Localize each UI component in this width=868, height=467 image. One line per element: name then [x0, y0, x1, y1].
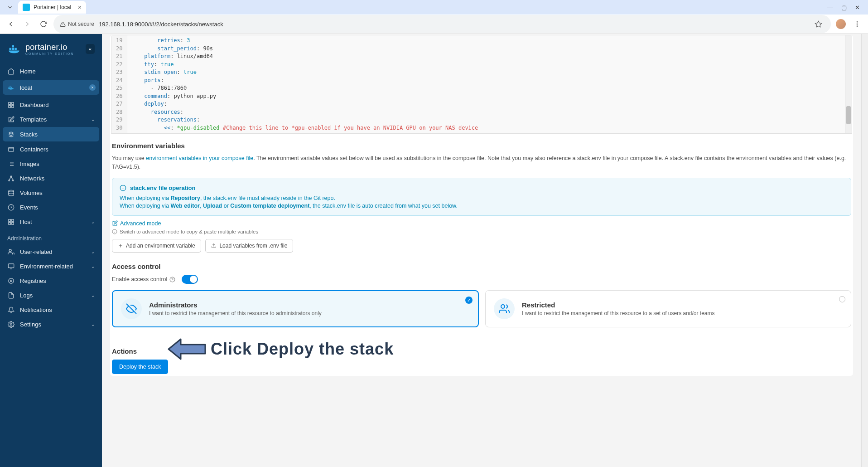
back-button[interactable]: [5, 18, 17, 30]
svg-point-37: [9, 249, 11, 251]
advanced-mode-link[interactable]: Advanced mode: [112, 220, 161, 227]
logo-name: portainer.io: [25, 43, 74, 51]
address-bar[interactable]: Not secure 192.168.1.18:9000/#!/2/docker…: [53, 15, 831, 33]
app-root: portainer.io COMMUNITY EDITION « Home lo…: [0, 34, 868, 467]
tab-title: Portainer | local: [34, 4, 74, 10]
sidebar-item-containers[interactable]: Containers: [0, 142, 102, 156]
svg-rect-13: [11, 87, 12, 88]
sidebar-environment-header[interactable]: local ×: [3, 80, 99, 95]
svg-rect-10: [9, 87, 10, 88]
deploy-stack-button[interactable]: Deploy the stack: [112, 360, 168, 374]
sidebar-item-host[interactable]: Host⌄: [0, 214, 102, 229]
reload-button[interactable]: [37, 18, 50, 30]
bookmark-icon[interactable]: [812, 18, 825, 30]
actions-section: Actions Deploy the stack Click Deploy th…: [110, 339, 853, 376]
users-icon: [494, 298, 515, 319]
sidebar-item-settings[interactable]: Settings⌄: [0, 317, 102, 331]
svg-point-42: [10, 323, 12, 325]
browser-chrome: Portainer | local × — ▢ ✕ Not secure 192…: [0, 0, 868, 34]
window-controls: — ▢ ✕: [827, 4, 864, 11]
main-content: 192021222324252627282930 retries: 3 star…: [102, 34, 861, 467]
advanced-hint: Switch to advanced mode to copy & paste …: [112, 229, 851, 234]
svg-rect-35: [8, 222, 10, 224]
svg-rect-17: [8, 105, 10, 107]
scrollbar-thumb[interactable]: [846, 106, 851, 124]
events-icon: [7, 204, 14, 211]
close-env-icon[interactable]: ×: [89, 84, 96, 91]
sidebar-item-networks[interactable]: Networks: [0, 171, 102, 185]
check-icon: ✓: [465, 297, 473, 304]
sidebar: portainer.io COMMUNITY EDITION « Home lo…: [0, 34, 102, 467]
sidebar-item-home[interactable]: Home: [0, 64, 102, 78]
access-option-administrators[interactable]: Administrators I want to restrict the ma…: [112, 290, 479, 327]
user-related-icon: [7, 248, 14, 255]
sidebar-item-stacks[interactable]: Stacks: [3, 127, 99, 141]
editor-scrollbar[interactable]: [845, 35, 852, 133]
sidebar-item-events[interactable]: Events: [0, 200, 102, 214]
sidebar-item-templates[interactable]: Templates⌄: [0, 112, 102, 126]
page-scrollbar[interactable]: [861, 34, 868, 467]
editor-code[interactable]: retries: 3 start_period: 90s platform: l…: [127, 35, 845, 133]
svg-rect-38: [8, 263, 14, 268]
logo[interactable]: portainer.io COMMUNITY EDITION «: [0, 39, 102, 64]
svg-point-27: [8, 180, 10, 181]
chevron-down-icon: ⌄: [91, 322, 95, 327]
svg-point-5: [857, 25, 858, 27]
browser-tab[interactable]: Portainer | local ×: [18, 1, 86, 14]
access-control-section: Access control Enable access control: [110, 254, 853, 329]
section-title-env: Environment variables: [112, 142, 851, 150]
sidebar-item-notifications[interactable]: Notifications: [0, 302, 102, 317]
security-badge[interactable]: Not secure: [60, 21, 94, 27]
templates-icon: [7, 116, 14, 123]
logs-icon: [7, 292, 14, 299]
load-env-file-button[interactable]: Load variables from .env file: [205, 239, 293, 253]
svg-line-29: [9, 177, 11, 180]
portainer-logo-icon: [7, 42, 21, 56]
sidebar-item-logs[interactable]: Logs⌄: [0, 288, 102, 302]
access-toggle-label: Enable access control: [112, 276, 175, 282]
svg-point-41: [8, 278, 13, 283]
section-title-actions: Actions: [112, 347, 851, 355]
access-toggle[interactable]: [182, 275, 198, 284]
svg-rect-16: [11, 105, 13, 107]
svg-point-55: [501, 305, 505, 308]
svg-point-40: [10, 280, 12, 282]
sidebar-item-images[interactable]: Images: [0, 156, 102, 171]
tab-search-icon[interactable]: [4, 1, 16, 14]
add-env-var-button[interactable]: Add an environment variable: [112, 239, 201, 253]
sidebar-item-registries[interactable]: Registries: [0, 273, 102, 288]
profile-avatar[interactable]: [834, 18, 847, 30]
sidebar-item-user-related[interactable]: User-related⌄: [0, 244, 102, 259]
sidebar-item-environment-related[interactable]: Environment-related⌄: [0, 259, 102, 273]
close-icon[interactable]: ×: [78, 4, 82, 11]
networks-icon: [7, 175, 14, 182]
admin-section-label: Administration: [0, 229, 102, 244]
svg-point-26: [10, 175, 12, 177]
env-link[interactable]: environment variables in your compose fi…: [146, 155, 253, 161]
chevron-down-icon: ⌄: [91, 117, 95, 122]
svg-rect-6: [10, 48, 12, 50]
svg-point-4: [857, 24, 858, 25]
forward-button[interactable]: [21, 18, 34, 30]
svg-point-28: [12, 180, 14, 181]
dashboard-icon: [7, 101, 14, 108]
sidebar-item-volumes[interactable]: Volumes: [0, 185, 102, 200]
sidebar-item-dashboard[interactable]: Dashboard: [0, 97, 102, 112]
editor-gutter: 192021222324252627282930: [111, 35, 127, 133]
svg-line-30: [11, 177, 13, 180]
svg-rect-33: [8, 219, 10, 221]
minimize-icon[interactable]: —: [827, 4, 833, 11]
stack-env-info: stack.env file operation When deploying …: [112, 178, 851, 216]
images-icon: [7, 160, 14, 167]
svg-rect-12: [10, 86, 10, 87]
close-window-icon[interactable]: ✕: [855, 4, 860, 11]
access-option-restricted[interactable]: Restricted I want to restrict the manage…: [485, 290, 851, 327]
browser-menu-icon[interactable]: [851, 18, 863, 30]
yaml-editor[interactable]: 192021222324252627282930 retries: 3 star…: [111, 35, 852, 134]
radio-empty-icon: [839, 296, 845, 302]
svg-rect-9: [14, 48, 17, 50]
svg-point-3: [857, 21, 858, 23]
maximize-icon[interactable]: ▢: [841, 4, 847, 11]
chevron-down-icon: ⌄: [91, 249, 95, 254]
sidebar-collapse-button[interactable]: «: [86, 44, 95, 54]
